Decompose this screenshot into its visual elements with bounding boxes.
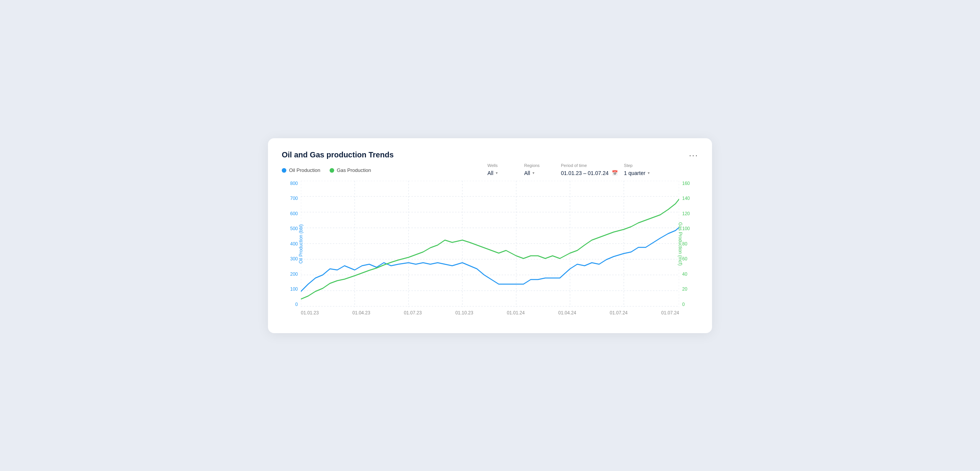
filters: Wells All ▾ Regions All ▾ [487,163,655,178]
calendar-icon: 📅 [612,170,618,176]
step-value[interactable]: 1 quarter ▾ [624,168,650,178]
x-tick-4: 01.01.24 [507,310,525,316]
y-label-left: Oil Production (bbl) [298,213,304,275]
x-tick-0: 01.01.23 [301,310,319,316]
chart-card: Oil and Gas production Trends Oil Produc… [268,138,712,333]
period-label: Period of time [561,163,587,168]
wells-value[interactable]: All ▾ [487,168,498,178]
regions-label: Regions [524,163,539,168]
y-label-right: Gas Production (mcf) [678,211,683,276]
x-axis: 01.01.23 01.04.23 01.07.23 01.10.23 01.0… [301,307,679,322]
y-label-left-container: Oil Production (bbl) [282,181,289,307]
gas-dot [330,168,334,173]
regions-chevron-icon: ▾ [532,171,534,175]
period-filter[interactable]: Period of time 01.01.23 – 01.07.24 📅 [561,163,618,178]
oil-label: Oil Production [289,167,320,173]
x-tick-5: 01.04.24 [558,310,576,316]
gas-label: Gas Production [337,167,371,173]
header-left: Oil and Gas production Trends Oil Produc… [282,150,655,178]
card-header: Oil and Gas production Trends Oil Produc… [282,150,698,178]
wells-filter[interactable]: Wells All ▾ [487,163,518,178]
chart-area: 0 100 200 300 400 500 600 700 800 0 20 4… [282,181,698,322]
chart-svg [301,181,679,307]
menu-button[interactable]: ··· [689,151,698,160]
legend: Oil Production Gas Production Wells All … [282,163,655,178]
x-tick-6: 01.07.24 [610,310,628,316]
wells-chevron-icon: ▾ [496,171,498,175]
x-tick-1: 01.04.23 [352,310,370,316]
chart-inner [301,181,679,307]
y-label-right-container: Gas Production (mcf) [691,181,698,307]
x-tick-2: 01.07.23 [404,310,422,316]
chart-title: Oil and Gas production Trends [282,150,655,159]
step-filter[interactable]: Step 1 quarter ▾ [624,163,655,178]
period-value[interactable]: 01.01.23 – 01.07.24 📅 [561,168,618,178]
gas-line [301,199,679,299]
step-chevron-icon: ▾ [648,171,650,175]
wells-label: Wells [487,163,498,168]
legend-oil: Oil Production [282,167,320,173]
x-tick-3: 01.10.23 [455,310,473,316]
x-tick-7: 01.07.24 [661,310,679,316]
legend-gas: Gas Production [330,167,371,173]
regions-filter[interactable]: Regions All ▾ [524,163,555,178]
step-label: Step [624,163,633,168]
oil-dot [282,168,286,173]
regions-value[interactable]: All ▾ [524,168,534,178]
